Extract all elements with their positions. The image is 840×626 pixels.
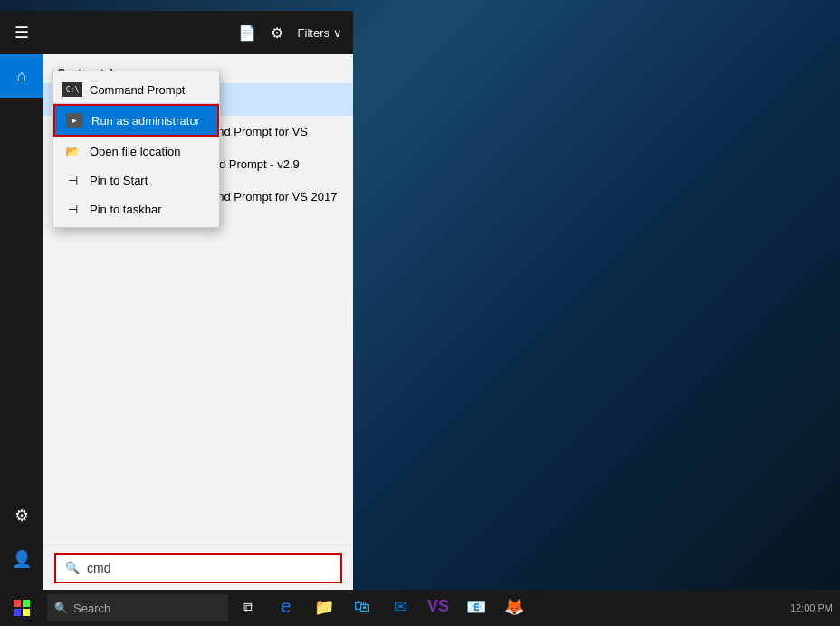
search-icon: 🔍 [65, 561, 80, 574]
mail-icon: ✉ [394, 597, 407, 617]
folder-icon: 📁 [314, 597, 334, 617]
docs-icon[interactable]: 📄 [238, 24, 256, 42]
context-menu: C:\ Command Prompt ▶ Run as administrato… [52, 71, 220, 228]
taskbar-search-placeholder: Search [73, 602, 110, 615]
taskbar-start-button[interactable] [0, 590, 43, 626]
context-open-location[interactable]: 📂 Open file location [53, 137, 219, 166]
context-pin-start-label: Pin to Start [90, 174, 148, 187]
taskbar-right: 12:00 PM [790, 602, 840, 613]
edge-icon: e [281, 596, 291, 617]
person-icon: 👤 [12, 549, 32, 569]
context-open-location-label: Open file location [90, 145, 180, 158]
search-input-value[interactable]: cmd [87, 561, 110, 575]
taskbar-folder[interactable]: 📁 [306, 590, 342, 626]
topbar-gear-icon[interactable]: ⚙ [271, 24, 283, 42]
context-header-cmd: C:\ Command Prompt [53, 75, 219, 104]
taskbar-store[interactable]: 🛍 [344, 590, 380, 626]
store-icon: 🛍 [354, 597, 370, 616]
open-location-icon: 📂 [64, 143, 81, 159]
filters-button[interactable]: Filters ∨ [298, 26, 342, 40]
start-search-bar: 🔍 cmd [43, 545, 353, 590]
windows-logo [14, 600, 30, 616]
sidebar-bottom-icons: ⚙ 👤 [0, 494, 43, 590]
outlook-icon: 📧 [466, 597, 486, 617]
filters-label: Filters [298, 26, 329, 40]
context-cmd-icon: C:\ [64, 81, 81, 98]
run-admin-icon: ▶ [66, 112, 82, 128]
taskbar-vscode[interactable]: VS [420, 590, 456, 626]
taskbar-app-icons: e 📁 🛍 ✉ VS 📧 🦊 [268, 590, 532, 626]
start-topbar: 📄 ⚙ Filters ∨ [43, 11, 353, 54]
home-icon: ⌂ [17, 67, 27, 86]
firefox-icon: 🦊 [504, 597, 524, 617]
taskbar-search-icon: 🔍 [54, 602, 68, 614]
user-button[interactable]: 👤 [0, 537, 43, 581]
context-run-admin-label: Run as administrator [91, 114, 200, 128]
context-run-admin[interactable]: ▶ Run as administrator [53, 104, 219, 137]
context-cmd-label: Command Prompt [90, 83, 185, 97]
taskbar-outlook[interactable]: 📧 [458, 590, 494, 626]
hamburger-icon: ☰ [14, 23, 29, 43]
taskbar-time: 12:00 PM [790, 602, 833, 613]
taskbar-search[interactable]: 🔍 Search [47, 594, 228, 621]
taskbar-firefox[interactable]: 🦊 [496, 590, 532, 626]
vscode-icon: VS [427, 597, 449, 616]
taskbar-mail[interactable]: ✉ [382, 590, 418, 626]
hamburger-button[interactable]: ☰ [0, 11, 43, 54]
context-pin-taskbar[interactable]: ⊣ Pin to taskbar [53, 194, 219, 223]
task-view-icon: ⧉ [243, 600, 253, 616]
start-sidebar: ☰ ⌂ ⚙ 👤 [0, 11, 43, 590]
context-pin-taskbar-label: Pin to taskbar [90, 203, 162, 216]
pin-start-icon: ⊣ [64, 172, 81, 188]
pin-taskbar-icon: ⊣ [64, 201, 81, 217]
taskbar-edge[interactable]: e [268, 590, 304, 626]
taskbar: 🔍 Search ⧉ e 📁 🛍 ✉ VS 📧 🦊 12:00 PM [0, 590, 840, 626]
gear-icon: ⚙ [14, 506, 29, 526]
context-pin-start[interactable]: ⊣ Pin to Start [53, 166, 219, 194]
settings-button[interactable]: ⚙ [0, 494, 43, 537]
home-button[interactable]: ⌂ [0, 54, 43, 98]
chevron-down-icon: ∨ [333, 26, 342, 40]
search-box[interactable]: 🔍 cmd [54, 553, 342, 583]
taskbar-task-view[interactable]: ⧉ [232, 590, 264, 626]
